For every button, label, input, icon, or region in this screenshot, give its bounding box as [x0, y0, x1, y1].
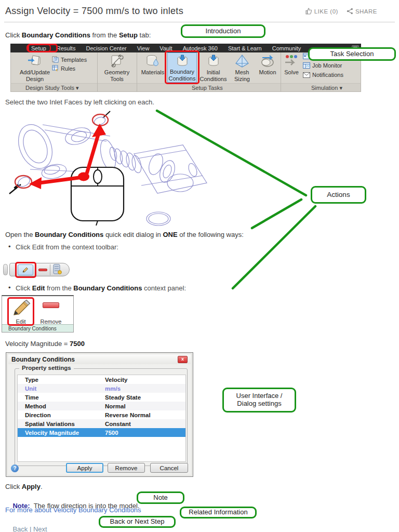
initial-conditions-label: Initial Conditions — [199, 69, 228, 83]
panel-divider — [281, 52, 281, 92]
tab-results[interactable]: Results — [51, 45, 81, 52]
group-setup-tasks: Setup Tasks — [192, 85, 223, 91]
annotation-note: Note — [137, 491, 184, 504]
cancel-button[interactable]: Cancel — [150, 463, 188, 473]
table-row-direction[interactable]: DirectionReverse Normal — [18, 410, 185, 419]
annotation-actions: Actions — [311, 186, 366, 204]
thumbs-up-icon — [305, 8, 312, 15]
intro-line: Click Boundary Conditions from the Setup… — [5, 31, 151, 39]
job-monitor-button[interactable]: Job Monitor — [303, 62, 342, 69]
materials-icon — [145, 52, 161, 69]
tab-decision-center[interactable]: Decision Center — [81, 45, 131, 52]
notifications-button[interactable]: Notifications — [303, 72, 343, 78]
materials-button[interactable]: Materials — [139, 52, 166, 83]
like-button[interactable]: LIKE (0) — [305, 8, 338, 15]
context-toolbar-separator — [50, 264, 50, 275]
ribbon-group-labels: Design Study Tools ▾ Setup Tasks Simulat… — [10, 83, 361, 92]
property-table: TypeVelocity Unitmm/s TimeSteady State M… — [17, 375, 186, 462]
apply-button[interactable]: Apply — [66, 463, 103, 473]
context-toolbar-edit-button[interactable] — [18, 264, 33, 275]
group-simulation[interactable]: Simulation ▾ — [311, 85, 342, 91]
dialog-title-bar[interactable]: Boundary Conditions x — [8, 354, 191, 364]
mesh-sizing-icon — [234, 52, 250, 69]
annotation-ui-dialog-settings: User Interface / Dialog settings — [222, 388, 296, 413]
cabinet-icon — [53, 264, 62, 275]
mouse-icon — [71, 167, 124, 225]
table-row-type[interactable]: TypeVelocity — [18, 375, 185, 384]
open-dialog-text: Open the Boundary Conditions quick edit … — [5, 231, 244, 238]
click-apply-text: Click Apply. — [5, 483, 43, 490]
group-design-study-tools[interactable]: Design Study Tools ▾ — [25, 85, 79, 91]
share-icon — [347, 8, 353, 15]
motion-label: Motion — [259, 69, 276, 76]
remove-bar-icon[interactable] — [43, 302, 59, 308]
geometry-tools-button[interactable]: Geometry Tools — [100, 52, 134, 83]
initial-conditions-button[interactable]: Initial Conditions — [199, 52, 228, 83]
bullet-context-panel: Click Edit from the Boundary Conditions … — [16, 284, 186, 292]
panel-divider — [97, 52, 98, 92]
rules-icon — [52, 65, 59, 72]
table-row-time[interactable]: TimeSteady State — [18, 393, 185, 402]
page-title: Assign Velocity = 7500 mm/s to two inlet… — [5, 6, 183, 17]
bullet-context-toolbar: Click Edit from the context toolbar: — [16, 243, 118, 251]
materials-label: Materials — [141, 69, 165, 76]
table-row-spatial-variations[interactable]: Spatial VariationsConstant — [18, 419, 185, 428]
boundary-conditions-context-panel: Edit Remove Boundary Conditions — [2, 295, 74, 332]
boundary-conditions-icon — [175, 53, 190, 69]
tab-setup[interactable]: Setup — [26, 45, 51, 52]
tab-community[interactable]: Community — [267, 45, 307, 52]
edit-pencil-icon — [21, 267, 30, 274]
table-row-method[interactable]: MethodNormal — [18, 402, 185, 410]
geometry-tools-icon — [110, 52, 124, 69]
remove-button[interactable]: Remove — [108, 463, 145, 473]
annotation-introduction: Introduction — [181, 24, 265, 38]
add-update-design-button[interactable]: Add/Update Design — [15, 52, 55, 83]
property-settings-label: Property settings — [19, 365, 74, 371]
share-button[interactable]: SHARE — [347, 8, 377, 15]
tab-view[interactable]: View — [132, 45, 155, 52]
boundary-conditions-label: Boundary Conditions — [168, 69, 196, 82]
solve-label: Solve — [284, 69, 299, 76]
tab-autodesk-360[interactable]: Autodesk 360 — [178, 45, 223, 52]
initial-conditions-icon — [206, 52, 221, 69]
templates-button[interactable]: Templates — [52, 56, 87, 63]
table-row-unit[interactable]: Unitmm/s — [18, 384, 185, 393]
help-icon[interactable]: ? — [11, 464, 19, 472]
social-actions: LIKE (0) SHARE — [305, 8, 377, 15]
solve-button[interactable]: Solve — [282, 52, 301, 83]
share-label: SHARE — [355, 8, 377, 15]
panel-divider — [137, 52, 137, 92]
cad-wireframe — [12, 119, 207, 225]
tutorial-page: Assign Velocity = 7500 mm/s to two inlet… — [0, 0, 399, 532]
tab-start-learn[interactable]: Start & Learn — [223, 45, 267, 52]
dialog-title: Boundary Conditions — [11, 356, 75, 363]
inlet-markers — [9, 111, 110, 194]
annotation-lines — [157, 111, 315, 288]
next-link[interactable]: Next — [33, 525, 47, 532]
related-info-link[interactable]: For more about Velocity Boundary Conditi… — [5, 506, 141, 514]
annotation-related-information: Related Information — [180, 507, 257, 518]
add-update-design-icon — [27, 52, 43, 69]
tab-vault[interactable]: Vault — [154, 45, 177, 52]
like-label: LIKE (0) — [314, 8, 338, 15]
notifications-icon — [303, 72, 310, 78]
motion-button[interactable]: Motion — [256, 52, 279, 83]
context-toolbar-remove-button[interactable] — [38, 269, 47, 271]
bullet-icon: • — [8, 243, 11, 250]
close-icon[interactable]: x — [178, 356, 188, 363]
context-toolbar-grip[interactable] — [3, 264, 8, 275]
job-monitor-label: Job Monitor — [312, 62, 342, 69]
annotation-task-selection: Task Selection — [308, 47, 396, 61]
context-toolbar-settings-button[interactable] — [53, 264, 62, 277]
notifications-label: Notifications — [312, 72, 343, 78]
back-link[interactable]: Back — [12, 525, 28, 532]
geometry-tools-label: Geometry Tools — [100, 69, 134, 83]
boundary-conditions-button[interactable]: Boundary Conditions — [167, 52, 197, 83]
edit-pencil-icon[interactable] — [11, 299, 31, 318]
add-update-design-label: Add/Update Design — [15, 69, 55, 83]
mesh-sizing-button[interactable]: Mesh Sizing — [229, 52, 255, 83]
table-row-velocity-magnitude[interactable]: Velocity Magnitude7500 — [18, 428, 185, 437]
rules-button[interactable]: Rules — [52, 65, 75, 72]
annotation-back-next: Back or Next Step — [99, 516, 176, 528]
mesh-sizing-label: Mesh Sizing — [229, 69, 255, 83]
